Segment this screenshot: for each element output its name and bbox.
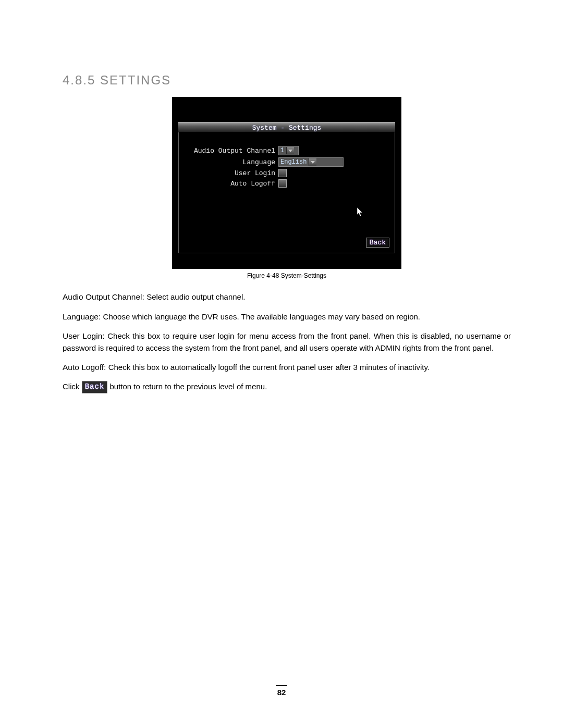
para-user-login: User Login: Check this box to require us… (63, 330, 511, 354)
page-number: 82 (0, 685, 563, 697)
checkbox-auto-logoff[interactable] (278, 179, 287, 188)
back-button[interactable]: Back (366, 238, 389, 248)
chevron-down-icon (286, 147, 294, 154)
row-audio-output: Audio Output Channel 1 (179, 146, 395, 155)
text-click-post: button to return to the previous level o… (107, 382, 267, 391)
row-user-login: User Login (179, 169, 395, 177)
dropdown-language[interactable]: English (278, 157, 344, 167)
para-audio-output: Audio Output Channel: Select audio outpu… (63, 291, 511, 303)
figure-wrapper: System - Settings Audio Output Channel 1… (172, 97, 401, 279)
row-auto-logoff: Auto Logoff (179, 179, 395, 188)
inline-back-button: Back (82, 381, 108, 393)
label-auto-logoff: Auto Logoff (179, 180, 278, 188)
settings-panel: Audio Output Channel 1 Language English … (178, 132, 395, 253)
dropdown-language-value: English (280, 158, 307, 166)
lead-user-login: User Login: (63, 331, 107, 340)
checkbox-user-login[interactable] (278, 169, 287, 177)
dropdown-audio-value: 1 (280, 147, 284, 154)
lead-audio-output: Audio Output Channel: (63, 292, 146, 301)
chevron-down-icon (309, 158, 316, 166)
para-auto-logoff: Auto Logoff: Check this box to automatic… (63, 361, 511, 374)
document-page: 4.8.5 SETTINGS System - Settings Audio O… (0, 0, 563, 728)
section-heading: 4.8.5 SETTINGS (63, 73, 511, 88)
dropdown-audio-output[interactable]: 1 (278, 146, 299, 155)
lead-auto-logoff: Auto Logoff: (63, 363, 108, 372)
window-title: System - Settings (252, 124, 322, 132)
body-audio-output: Select audio output channel. (146, 292, 245, 301)
label-audio-output: Audio Output Channel (179, 147, 278, 155)
text-click-pre: Click (63, 382, 82, 391)
body-user-login: Check this box to require user login for… (63, 331, 511, 352)
label-language: Language (179, 158, 278, 166)
para-click-back: Click Back button to return to the previ… (63, 381, 511, 393)
body-auto-logoff: Check this box to automatically logoff t… (108, 363, 430, 372)
para-language: Language: Choose which language the DVR … (63, 311, 511, 323)
lead-language: Language: (63, 312, 103, 321)
label-user-login: User Login (179, 169, 278, 177)
row-language: Language English (179, 157, 395, 167)
window-titlebar: System - Settings (178, 122, 395, 132)
figure-caption: Figure 4-48 System-Settings (172, 272, 401, 279)
dvr-screenshot: System - Settings Audio Output Channel 1… (172, 97, 401, 269)
body-language: Choose which language the DVR uses. The … (103, 312, 420, 321)
